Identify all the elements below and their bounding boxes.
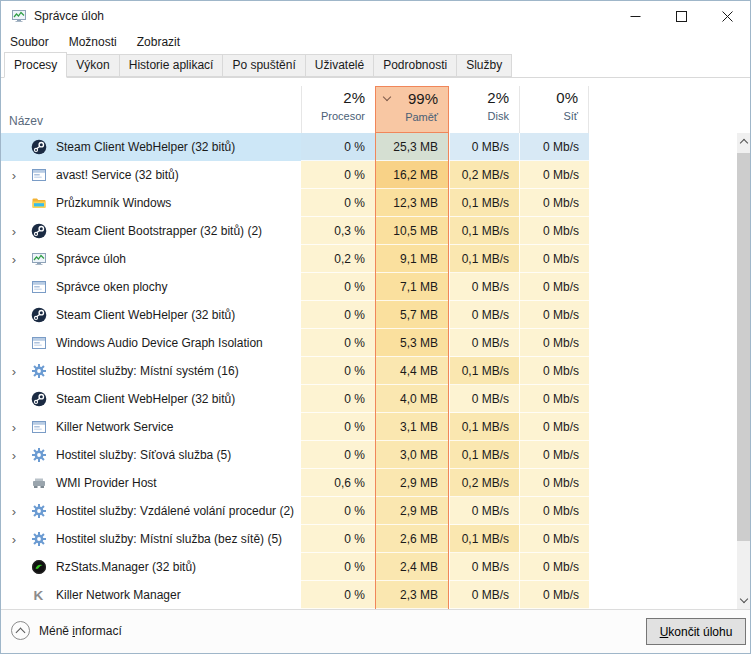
table-row[interactable]: › Průzkumník Windows 0 % 12,3 MB 0,1 MB/… (1, 189, 737, 217)
minimize-button[interactable] (612, 1, 658, 31)
network-cell: 0 Mb/s (519, 133, 589, 161)
end-task-button[interactable]: Ukončit úlohu (646, 618, 746, 645)
scrollbar-up-button[interactable] (737, 133, 750, 150)
expand-chevron-icon[interactable]: › (6, 504, 22, 519)
disk-cell: 0 MB/s (449, 497, 519, 525)
name-cell: › Steam Client WebHelper (32 bitů) (1, 301, 301, 329)
network-cell: 0 Mb/s (519, 413, 589, 441)
network-cell: 0 Mb/s (519, 581, 589, 609)
memory-cell: 5,3 MB (375, 329, 449, 357)
expand-chevron-icon[interactable]: › (6, 420, 22, 435)
network-cell: 0 Mb/s (519, 189, 589, 217)
name-cell: › Správce oken plochy (1, 273, 301, 301)
memory-cell: 10,5 MB (375, 217, 449, 245)
memory-cell: 2,3 MB (375, 581, 449, 609)
tab-vykon[interactable]: Výkon (66, 54, 119, 77)
tab-uzivatele[interactable]: Uživatelé (305, 54, 374, 77)
expand-chevron-icon[interactable]: › (6, 448, 22, 463)
steam-icon (31, 139, 47, 155)
expand-chevron-icon[interactable]: › (6, 532, 22, 547)
less-details-toggle[interactable]: Méně informací (11, 621, 122, 640)
column-header-disk[interactable]: 2%Disk (449, 86, 519, 133)
column-header-name[interactable]: Název (9, 114, 43, 128)
process-name: Hostitel služby: Místní služba (bez sítě… (56, 532, 282, 546)
close-button[interactable] (704, 1, 750, 31)
gear-icon (31, 363, 47, 379)
process-name: Správce oken plochy (56, 280, 167, 294)
steam-icon (31, 307, 47, 323)
network-cell: 0 Mb/s (519, 385, 589, 413)
memory-cell: 4,0 MB (375, 385, 449, 413)
table-row[interactable]: › RzStats.Manager (32 bitů) 0 % 2,4 MB 0… (1, 553, 737, 581)
table-row[interactable]: › Hostitel služby: Vzdálené volání proce… (1, 497, 737, 525)
minimize-icon (630, 11, 641, 22)
table-row[interactable]: › Steam Client WebHelper (32 bitů) 0 % 4… (1, 385, 737, 413)
table-row[interactable]: › Killer Network Service 0 % 3,1 MB 0,1 … (1, 413, 737, 441)
disk-cell: 0 MB/s (449, 133, 519, 161)
disk-cell: 0,1 MB/s (449, 525, 519, 553)
expand-chevron-icon[interactable]: › (6, 252, 22, 267)
table-row[interactable]: › avast! Service (32 bitů) 0 % 16,2 MB 0… (1, 161, 737, 189)
table-row[interactable]: › WMI Provider Host 0,6 % 2,9 MB 0,2 MB/… (1, 469, 737, 497)
chevron-down-icon (739, 595, 747, 603)
table-row[interactable]: › Hostitel služby: Místní služba (bez sí… (1, 525, 737, 553)
tab-podrobnosti[interactable]: Podrobnosti (373, 54, 457, 77)
scrollbar-down-button[interactable] (737, 592, 750, 609)
tab-po-spusteni[interactable]: Po spuštění (222, 54, 305, 77)
cpu-cell: 0,2 % (301, 245, 375, 273)
gear-icon (31, 531, 47, 547)
memory-cell: 9,1 MB (375, 245, 449, 273)
disk-cell: 0,1 MB/s (449, 357, 519, 385)
table-row[interactable]: › Správce oken plochy 0 % 7,1 MB 0 MB/s … (1, 273, 737, 301)
menu-item-soubor[interactable]: Soubor (1, 33, 59, 51)
table-row[interactable]: › K Killer Network Manager 0 % 2,3 MB 0 … (1, 581, 737, 609)
gear-icon (31, 503, 47, 519)
cpu-cell: 0 % (301, 189, 375, 217)
table-row[interactable]: › Steam Client WebHelper (32 bitů) 0 % 2… (1, 133, 737, 161)
table-row[interactable]: › Správce úloh 0,2 % 9,1 MB 0,1 MB/s 0 M… (1, 245, 737, 273)
expand-chevron-icon[interactable]: › (6, 224, 22, 239)
column-usage-value: 2% (302, 89, 365, 106)
name-cell: › avast! Service (32 bitů) (1, 161, 301, 189)
table-row[interactable]: › Steam Client Bootstrapper (32 bitů) (2… (1, 217, 737, 245)
cpu-cell: 0 % (301, 273, 375, 301)
scrollbar[interactable] (737, 133, 750, 609)
column-header-pamet[interactable]: 99%Paměť (375, 86, 449, 133)
column-header-procesor[interactable]: 2%Procesor (301, 86, 375, 133)
close-icon (722, 11, 733, 22)
name-cell: › Hostitel služby: Vzdálené volání proce… (1, 497, 301, 525)
expand-chevron-icon[interactable]: › (6, 364, 22, 379)
razer-icon (31, 559, 47, 575)
maximize-button[interactable] (658, 1, 704, 31)
memory-cell: 7,1 MB (375, 273, 449, 301)
title-bar[interactable]: Správce úloh (1, 1, 750, 31)
name-cell: › Windows Audio Device Graph Isolation (1, 329, 301, 357)
table-row[interactable]: › Hostitel služby: Místní systém (16) 0 … (1, 357, 737, 385)
scrollbar-thumb[interactable] (737, 153, 750, 541)
tab-procesy[interactable]: Procesy (4, 52, 67, 78)
disk-cell: 0,1 MB/s (449, 189, 519, 217)
memory-cell: 5,7 MB (375, 301, 449, 329)
disk-cell: 0 MB/s (449, 301, 519, 329)
taskmgr-icon (31, 251, 47, 267)
tab-sluzby[interactable]: Služby (456, 54, 512, 77)
task-manager-window: Správce úloh SouborMožnostiZobrazit Proc… (0, 0, 751, 654)
menu-item-zobrazit[interactable]: Zobrazit (127, 33, 190, 51)
memory-cell: 16,2 MB (375, 161, 449, 189)
column-header-sit[interactable]: 0%Síť (519, 86, 589, 133)
memory-cell: 3,1 MB (375, 413, 449, 441)
name-cell: › Průzkumník Windows (1, 189, 301, 217)
cpu-cell: 0 % (301, 301, 375, 329)
menu-item-moznosti[interactable]: Možnosti (59, 33, 127, 51)
table-row[interactable]: › Steam Client WebHelper (32 bitů) 0 % 5… (1, 301, 737, 329)
tab-historie-aplikaci[interactable]: Historie aplikací (119, 54, 224, 77)
cpu-cell: 0 % (301, 497, 375, 525)
process-name: Průzkumník Windows (56, 196, 171, 210)
table-row[interactable]: › Windows Audio Device Graph Isolation 0… (1, 329, 737, 357)
table-row[interactable]: › Hostitel služby: Síťová služba (5) 0 %… (1, 441, 737, 469)
window-icon (31, 335, 47, 351)
window-icon (31, 167, 47, 183)
column-label: Procesor (302, 110, 365, 122)
expand-chevron-icon[interactable]: › (6, 168, 22, 183)
process-name: Steam Client WebHelper (32 bitů) (56, 308, 235, 322)
